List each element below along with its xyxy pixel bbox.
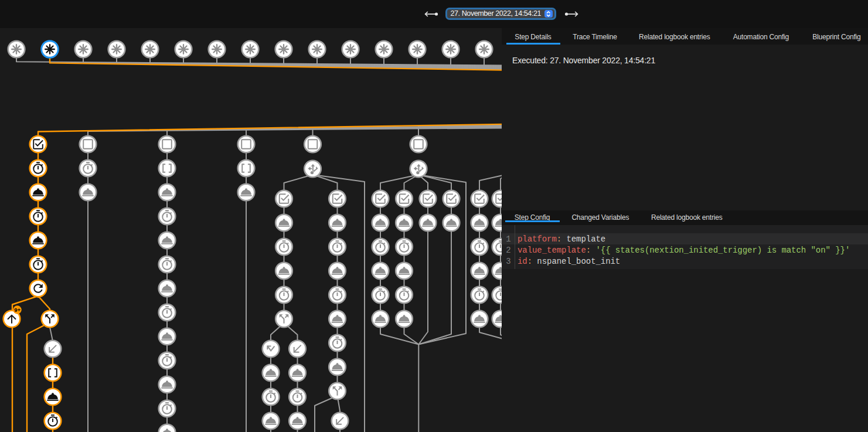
svg-text:9+: 9+ <box>14 307 21 313</box>
